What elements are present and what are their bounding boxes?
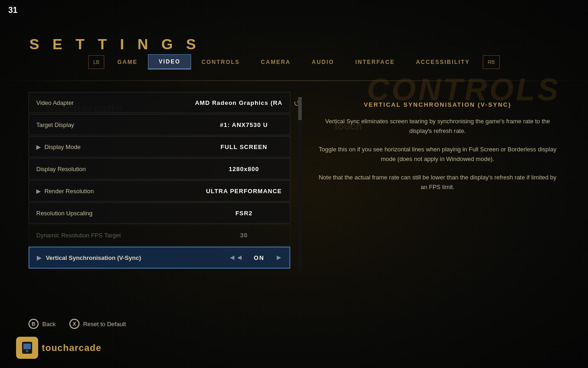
tab-accessibility[interactable]: ACCESSIBILITY [405,55,480,69]
setting-display-mode-value: FULL SCREEN [198,139,290,155]
setting-target-display-label: Target Display [29,117,198,133]
setting-resolution-upscaling-value: FSR2 [198,205,290,221]
vsync-arrow-left[interactable]: ◄◄ [226,251,245,264]
setting-display-resolution[interactable]: Display Resolution 588x368 [28,158,290,179]
page-title: S E T T I N G S [29,36,200,53]
setting-dynamic-fps: Dynamic Resolution FPS Target 30 [28,224,290,246]
setting-dynamic-fps-value: 30 [198,227,290,243]
tab-video[interactable]: VIDEO [148,54,191,69]
setting-display-mode[interactable]: ▶ Display Mode FULL SCREEN [28,136,290,157]
info-panel: VERTICAL SYNCHRONISATION (V-SYNC) Vertic… [305,92,570,201]
back-button[interactable]: B Back [28,319,56,329]
setting-video-adapter-label: Video Adapter [29,95,187,111]
setting-target-display-value: #1: ANX7530 U [198,117,290,133]
scrollbar[interactable] [298,97,302,271]
setting-render-resolution[interactable]: ▶ Render Resolution ULTRA PERFORMANCE [28,180,290,201]
setting-render-resolution-label: ▶ Render Resolution [29,183,198,199]
setting-display-resolution-value: 588x368 [198,161,290,177]
info-paragraph-2: Toggle this on if you see horizontal lin… [315,144,560,164]
arrow-icon-2: ▶ [36,188,43,195]
info-paragraph-1: Vertical Sync eliminates screen tearing … [315,116,560,136]
vsync-value: ON [250,254,268,261]
tab-audio[interactable]: AUDIO [301,55,345,69]
vsync-arrow-right[interactable]: ► [273,251,285,264]
setting-resolution-upscaling[interactable]: Resolution Upscaling FSR2 [28,202,290,224]
settings-panel: Video Adapter AMD Radeon Graphics (RA Ta… [28,92,290,270]
reset-button[interactable]: X Reset to Default [69,319,126,329]
setting-target-display[interactable]: Target Display #1: ANX7530 U [28,114,290,135]
setting-video-adapter-value: AMD Radeon Graphics (RA [187,95,290,111]
reset-button-label: Reset to Default [83,321,126,328]
nav-tabs: LB GAME VIDEO CONTROLS CAMERA AUDIO INTE… [0,54,588,69]
setting-vsync-label: ▶ Vertical Synchronisation (V-Sync) [29,250,226,266]
back-button-label: Back [42,321,56,328]
rb-button[interactable]: RB [483,55,500,69]
setting-display-mode-label: ▶ Display Mode [29,139,198,155]
tab-game[interactable]: GAME [107,55,148,69]
info-title: VERTICAL SYNCHRONISATION (V-SYNC) [315,101,560,108]
vsync-arrow-prefix: ▶ [37,254,41,261]
scroll-thumb[interactable] [298,97,302,120]
tab-camera[interactable]: CAMERA [250,55,301,69]
tab-interface[interactable]: INTERFACE [345,55,405,69]
nav-divider [0,80,588,81]
setting-dynamic-fps-label: Dynamic Resolution FPS Target [29,227,198,243]
frame-number: 31 [8,6,17,15]
lb-button[interactable]: LB [88,55,104,69]
setting-resolution-upscaling-label: Resolution Upscaling [29,205,198,221]
svg-point-2 [26,350,28,352]
bottom-bar: B Back X Reset to Default [28,319,126,329]
ta-icon [16,337,38,359]
vsync-controls: ◄◄ ON ► [226,251,289,264]
svg-rect-1 [23,344,31,349]
ta-icon-svg [20,341,34,355]
setting-video-adapter[interactable]: Video Adapter AMD Radeon Graphics (RA [28,92,290,113]
ta-text: toucharcade [42,343,102,353]
setting-render-resolution-value: ULTRA PERFORMANCE [198,183,290,199]
arrow-icon: ▶ [36,144,43,150]
setting-display-resolution-label: Display Resolution [29,161,198,177]
toucharcade-logo: toucharcade [16,337,102,359]
tab-controls[interactable]: CONTROLS [191,55,250,69]
info-paragraph-3: Note that the actual frame rate can stil… [315,172,560,192]
b-button-icon: B [28,319,39,329]
x-button-icon: X [69,319,79,329]
setting-vsync[interactable]: ▶ Vertical Synchronisation (V-Sync) ◄◄ O… [28,247,290,269]
